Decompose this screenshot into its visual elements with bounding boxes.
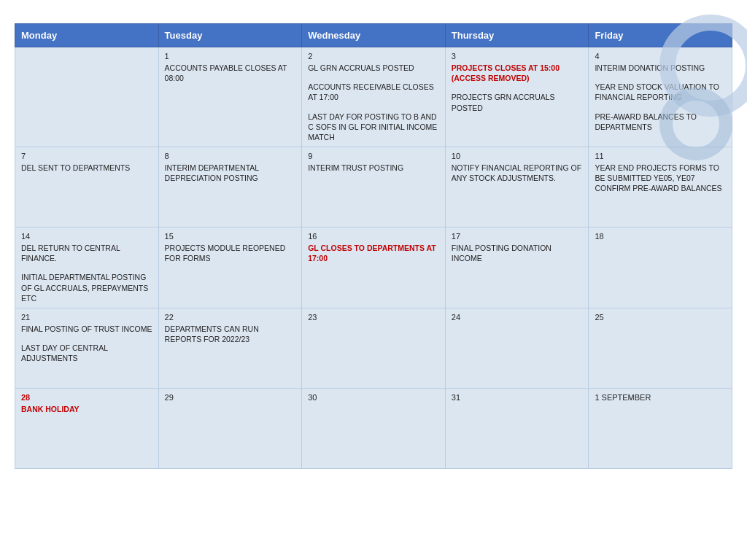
- calendar-cell: 17FINAL POSTING DONATION INCOME: [445, 228, 589, 308]
- day-number: 4: [595, 52, 726, 61]
- calendar-cell: 14DEL RETURN TO CENTRAL FINANCE.INITIAL …: [15, 228, 159, 308]
- calendar-cell: 24: [445, 308, 589, 388]
- cell-text-line: INTERIM TRUST POSTING: [308, 163, 439, 173]
- day-number: 17: [452, 232, 583, 241]
- calendar-cell: 11YEAR END PROJECTS FORMS TO BE SUBMITTE…: [589, 147, 732, 228]
- calendar-cell: 15PROJECTS MODULE REOPENED FOR FORMS: [158, 228, 302, 308]
- day-number: 15: [165, 232, 296, 241]
- calendar-cell: 22DEPARTMENTS CAN RUN REPORTS FOR 2022/2…: [158, 308, 302, 388]
- cell-text-line: DEPARTMENTS CAN RUN REPORTS FOR 2022/23: [165, 324, 296, 344]
- day-number: 1: [165, 52, 296, 61]
- calendar-row: 21FINAL POSTING OF TRUST INCOMELAST DAY …: [15, 308, 732, 388]
- cell-text-line: INITIAL DEPARTMENTAL POSTING OF GL ACCRU…: [21, 272, 152, 303]
- cell-text-line: PRE-AWARD BALANCES TO DEPARTMENTS: [595, 112, 726, 132]
- day-number: 3: [452, 52, 583, 61]
- calendar-cell: 30: [302, 388, 446, 468]
- cell-text-line: PROJECTS MODULE REOPENED FOR FORMS: [165, 243, 296, 263]
- day-number: 18: [595, 232, 726, 241]
- calendar-cell: 21FINAL POSTING OF TRUST INCOMELAST DAY …: [15, 308, 159, 388]
- cell-text-content: BANK HOLIDAY: [21, 404, 152, 414]
- cell-text-line: ACCOUNTS RECEIVABLE CLOSES AT 17:00: [308, 82, 439, 102]
- header-tuesday: Tuesday: [158, 24, 302, 47]
- calendar-cell: 2GL GRN ACCRUALS POSTEDACCOUNTS RECEIVAB…: [302, 47, 446, 147]
- calendar-header-row: MondayTuesdayWednesdayThursdayFriday: [15, 24, 732, 47]
- day-number: 22: [165, 313, 296, 322]
- calendar-cell: 8INTERIM DEPARTMENTAL DEPRECIATION POSTI…: [158, 147, 302, 228]
- day-number: 8: [165, 152, 296, 160]
- cell-text-line: LAST DAY OF CENTRAL ADJUSTMENTS: [21, 343, 152, 363]
- calendar-cell: [15, 47, 159, 147]
- cell-text-line: LAST DAY FOR POSTING TO B AND C SOFS IN …: [308, 112, 439, 143]
- day-number: 24: [452, 313, 583, 322]
- day-number: 28: [21, 393, 152, 402]
- calendar-cell: 3PROJECTS CLOSES AT 15:00 (ACCESS REMOVE…: [445, 47, 589, 147]
- day-number: 30: [308, 393, 439, 402]
- header-thursday: Thursday: [445, 24, 589, 47]
- calendar-cell: 10NOTIFY FINANCIAL REPORTING OF ANY STOC…: [445, 147, 589, 228]
- calendar-body: 1ACCOUNTS PAYABLE CLOSES AT 08:002GL GRN…: [15, 47, 732, 469]
- cell-text-line: YEAR END PROJECTS FORMS TO BE SUBMITTED …: [595, 163, 726, 183]
- calendar-cell: 28BANK HOLIDAY: [15, 388, 159, 468]
- cell-text-line: FINAL POSTING DONATION INCOME: [452, 243, 583, 263]
- calendar-cell: 1ACCOUNTS PAYABLE CLOSES AT 08:00: [158, 47, 302, 147]
- cell-text-content: GL CLOSES TO DEPARTMENTS AT 17:00: [308, 243, 439, 263]
- day-number: 25: [595, 313, 726, 322]
- day-number: 31: [452, 393, 583, 402]
- header-friday: Friday: [589, 24, 732, 47]
- cell-text-line: CONFIRM PRE-AWARD BALANCES: [595, 183, 726, 193]
- calendar-row: 1ACCOUNTS PAYABLE CLOSES AT 08:002GL GRN…: [15, 47, 732, 147]
- day-number: 16: [308, 232, 439, 241]
- calendar-row: 7DEL SENT TO DEPARTMENTS8INTERIM DEPARTM…: [15, 147, 732, 228]
- day-number: 9: [308, 152, 439, 160]
- header-wednesday: Wednesday: [302, 24, 446, 47]
- calendar-cell: 31: [445, 388, 589, 468]
- calendar-row: 14DEL RETURN TO CENTRAL FINANCE.INITIAL …: [15, 228, 732, 308]
- day-number: 7: [21, 152, 152, 160]
- calendar-cell: 23: [302, 308, 446, 388]
- cell-text-line: ACCOUNTS PAYABLE CLOSES AT 08:00: [165, 63, 296, 83]
- calendar-cell: 29: [158, 388, 302, 468]
- day-number: 29: [165, 393, 296, 402]
- calendar-cell: 9INTERIM TRUST POSTING: [302, 147, 446, 228]
- cell-text-line: DEL RETURN TO CENTRAL FINANCE.: [21, 243, 152, 263]
- calendar-cell: 16GL CLOSES TO DEPARTMENTS AT 17:00: [302, 228, 446, 308]
- cell-text-line: GL GRN ACCRUALS POSTED: [308, 63, 439, 73]
- calendar-cell: 7DEL SENT TO DEPARTMENTS: [15, 147, 159, 228]
- cell-text-line: INTERIM DONATION POSTING: [595, 63, 726, 73]
- calendar-cell: 4INTERIM DONATION POSTINGYEAR END STOCK …: [589, 47, 732, 147]
- day-number: 10: [452, 152, 583, 160]
- calendar-cell: 25: [589, 308, 732, 388]
- header-monday: Monday: [15, 24, 159, 47]
- cell-text-line: YEAR END STOCK VALUATION TO FINANCIAL RE…: [595, 82, 726, 102]
- day-number: 21: [21, 313, 152, 322]
- cell-text-line: PROJECTS GRN ACCRUALS POSTED: [452, 92, 583, 112]
- cell-text-line: DEL SENT TO DEPARTMENTS: [21, 163, 152, 173]
- day-number: 11: [595, 152, 726, 160]
- cell-text-line: FINAL POSTING OF TRUST INCOME: [21, 324, 152, 334]
- calendar-row: 28BANK HOLIDAY2930311 SEPTEMBER: [15, 388, 732, 468]
- cell-text-line: PROJECTS CLOSES AT 15:00 (ACCESS REMOVED…: [452, 63, 583, 83]
- day-number: 1 SEPTEMBER: [595, 393, 726, 402]
- calendar-cell: 1 SEPTEMBER: [589, 388, 732, 468]
- cell-text-line: INTERIM DEPARTMENTAL DEPRECIATION POSTIN…: [165, 163, 296, 183]
- day-number: 2: [308, 52, 439, 61]
- day-number: 23: [308, 313, 439, 322]
- calendar-table: MondayTuesdayWednesdayThursdayFriday 1AC…: [15, 23, 732, 469]
- cell-text-line: NOTIFY FINANCIAL REPORTING OF ANY STOCK …: [452, 163, 583, 183]
- day-number: 14: [21, 232, 152, 241]
- calendar-cell: 18: [589, 228, 732, 308]
